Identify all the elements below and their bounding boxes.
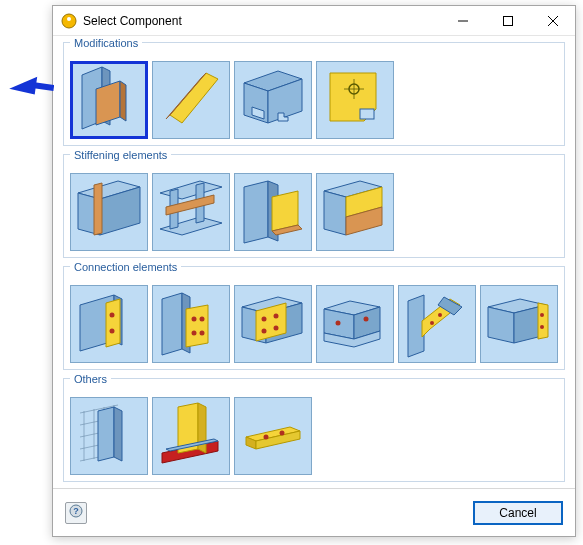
- svg-point-69: [540, 325, 544, 329]
- svg-point-52: [274, 326, 279, 331]
- connection-items: [70, 285, 558, 363]
- component-plate-cut[interactable]: [152, 61, 230, 139]
- svg-point-58: [364, 317, 369, 322]
- svg-point-62: [430, 321, 434, 325]
- svg-marker-67: [538, 303, 548, 339]
- svg-point-57: [336, 321, 341, 326]
- svg-marker-21: [160, 217, 222, 235]
- app-icon: [61, 13, 77, 29]
- maximize-button[interactable]: [485, 6, 530, 35]
- svg-marker-19: [94, 183, 102, 235]
- component-gusset[interactable]: [398, 285, 476, 363]
- svg-marker-38: [162, 293, 182, 355]
- group-others: Others: [63, 378, 565, 482]
- svg-point-41: [192, 317, 197, 322]
- component-fin-plate[interactable]: [152, 285, 230, 363]
- svg-text:?: ?: [73, 506, 79, 516]
- svg-marker-65: [488, 307, 514, 343]
- svg-point-36: [110, 313, 115, 318]
- group-title-others: Others: [70, 373, 111, 385]
- dialog-content: Modifications: [53, 36, 575, 488]
- component-stiffener[interactable]: [70, 173, 148, 251]
- svg-point-49: [262, 317, 267, 322]
- group-stiffening: Stiffening elements: [63, 154, 565, 258]
- component-shortening[interactable]: [70, 61, 148, 139]
- stiffening-items: [70, 173, 558, 251]
- component-double-stiffener[interactable]: [152, 173, 230, 251]
- cancel-button-label: Cancel: [499, 506, 536, 520]
- group-connection: Connection elements: [63, 266, 565, 370]
- svg-point-80: [280, 431, 285, 436]
- others-items: [70, 397, 558, 475]
- close-button[interactable]: [530, 6, 575, 35]
- component-opening[interactable]: [234, 61, 312, 139]
- svg-point-63: [438, 313, 442, 317]
- svg-point-37: [110, 329, 115, 334]
- svg-marker-6: [120, 81, 126, 121]
- component-grid[interactable]: [70, 397, 148, 475]
- svg-point-68: [540, 313, 544, 317]
- svg-point-79: [264, 435, 269, 440]
- component-splice-plate[interactable]: [234, 285, 312, 363]
- callout-arrow: [8, 70, 54, 100]
- component-anchor[interactable]: [234, 397, 312, 475]
- component-base-plate[interactable]: [152, 397, 230, 475]
- titlebar: Select Component: [53, 6, 575, 36]
- svg-marker-7: [170, 73, 218, 123]
- svg-marker-35: [106, 299, 120, 347]
- help-button[interactable]: ?: [65, 502, 87, 524]
- svg-marker-74: [198, 403, 206, 453]
- window-title: Select Component: [83, 14, 440, 28]
- cancel-button[interactable]: Cancel: [473, 501, 563, 525]
- component-rib[interactable]: [234, 173, 312, 251]
- dialog-footer: ? Cancel: [53, 488, 575, 536]
- svg-rect-2: [503, 16, 512, 25]
- svg-marker-70: [98, 407, 114, 461]
- svg-point-50: [262, 329, 267, 334]
- svg-point-1: [67, 17, 71, 21]
- svg-point-42: [192, 331, 197, 336]
- svg-marker-27: [272, 191, 298, 231]
- component-end-plate[interactable]: [70, 285, 148, 363]
- group-title-stiffening: Stiffening elements: [70, 149, 171, 161]
- component-connecting-plate[interactable]: [480, 285, 558, 363]
- group-title-connection: Connection elements: [70, 261, 181, 273]
- group-modifications: Modifications: [63, 42, 565, 146]
- svg-rect-15: [360, 109, 374, 119]
- component-widener[interactable]: [316, 173, 394, 251]
- svg-point-51: [274, 314, 279, 319]
- component-bolt-hole[interactable]: [316, 61, 394, 139]
- svg-marker-25: [244, 181, 268, 243]
- modifications-items: [70, 61, 558, 139]
- component-cleat[interactable]: [316, 285, 394, 363]
- svg-marker-30: [324, 191, 346, 235]
- svg-marker-40: [186, 305, 208, 347]
- group-title-modifications: Modifications: [70, 37, 142, 49]
- svg-point-44: [200, 331, 205, 336]
- svg-point-43: [200, 317, 205, 322]
- help-icon: ?: [69, 504, 83, 521]
- minimize-button[interactable]: [440, 6, 485, 35]
- svg-marker-71: [114, 407, 122, 461]
- select-component-dialog: Select Component Modifications: [52, 5, 576, 537]
- svg-marker-5: [96, 81, 120, 125]
